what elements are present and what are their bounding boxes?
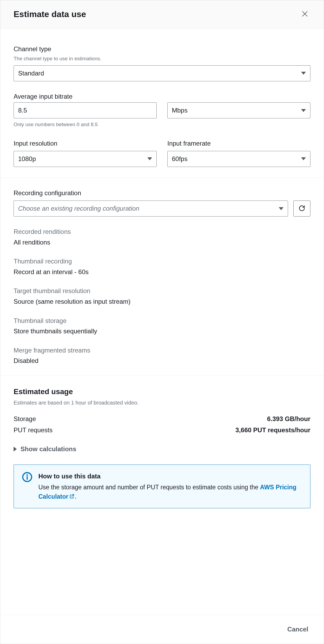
refresh-button[interactable] <box>293 201 310 217</box>
chevron-down-icon <box>147 157 152 160</box>
divider <box>0 375 324 376</box>
merge-streams-label: Merge fragmented streams <box>14 346 310 355</box>
storage-label: Storage <box>14 414 36 423</box>
put-requests-value: 3,660 PUT requests/hour <box>236 426 310 435</box>
resolution-value: 1080p <box>18 154 36 163</box>
renditions-label: Recorded renditions <box>14 227 310 236</box>
show-calculations-expander[interactable]: Show calculations <box>14 445 76 454</box>
bitrate-help: Only use numbers between 0 and 8.5 <box>14 121 310 128</box>
close-icon <box>301 14 308 18</box>
renditions-value: All renditions <box>14 238 310 247</box>
thumbnail-storage-value: Store thumbnails sequentially <box>14 327 310 336</box>
modal-header: Estimate data use <box>0 0 324 29</box>
recording-config-label: Recording configuration <box>14 189 310 198</box>
put-requests-row: PUT requests 3,660 PUT requests/hour <box>14 426 310 435</box>
info-text-suffix: . <box>75 493 76 500</box>
info-text: Use the storage amount and number of PUT… <box>38 483 302 501</box>
chevron-down-icon <box>301 109 306 112</box>
framerate-label: Input framerate <box>167 139 310 148</box>
storage-value: 6.393 GB/hour <box>267 414 310 423</box>
refresh-icon <box>298 205 306 213</box>
info-title: How to use this data <box>38 472 302 481</box>
thumbnail-recording-block: Thumbnail recording Record at an interva… <box>14 257 310 276</box>
modal-body: Channel type The channel type to use in … <box>0 29 324 615</box>
recording-config-select[interactable]: Choose an existing recording configurati… <box>14 201 288 217</box>
renditions-block: Recorded renditions All renditions <box>14 227 310 247</box>
channel-type-value: Standard <box>18 69 44 78</box>
modal-footer: Cancel <box>0 615 324 644</box>
recording-config-placeholder: Choose an existing recording configurati… <box>18 204 139 213</box>
bitrate-input[interactable]: 8.5 <box>14 102 157 118</box>
recording-config-field: Recording configuration Choose an existi… <box>14 189 310 217</box>
bitrate-unit-value: Mbps <box>172 106 188 115</box>
storage-row: Storage 6.393 GB/hour <box>14 414 310 423</box>
chevron-down-icon <box>301 157 306 160</box>
info-content: How to use this data Use the storage amo… <box>38 472 302 501</box>
bitrate-label: Average input bitrate <box>14 92 310 101</box>
channel-type-select[interactable]: Standard <box>14 65 310 81</box>
channel-type-field: Channel type The channel type to use in … <box>14 45 310 81</box>
merge-streams-block: Merge fragmented streams Disabled <box>14 346 310 365</box>
show-calculations-label: Show calculations <box>21 445 76 454</box>
chevron-down-icon <box>301 72 306 75</box>
merge-streams-value: Disabled <box>14 356 310 365</box>
thumbnail-resolution-block: Target thumbnail resolution Source (same… <box>14 286 310 306</box>
svg-point-1 <box>27 475 27 475</box>
bitrate-value: 8.5 <box>18 106 27 115</box>
external-link-icon <box>68 493 75 500</box>
cancel-button[interactable]: Cancel <box>285 623 310 636</box>
thumbnail-storage-block: Thumbnail storage Store thumbnails seque… <box>14 316 310 336</box>
info-icon <box>22 472 33 501</box>
thumbnail-storage-label: Thumbnail storage <box>14 316 310 325</box>
thumbnail-recording-value: Record at an interval - 60s <box>14 267 310 277</box>
caret-right-icon <box>14 447 17 451</box>
resolution-select[interactable]: 1080p <box>14 151 157 167</box>
info-box: How to use this data Use the storage amo… <box>14 465 310 509</box>
bitrate-unit-select[interactable]: Mbps <box>167 102 310 118</box>
divider <box>0 178 324 178</box>
modal-title: Estimate data use <box>14 8 86 20</box>
chevron-down-icon <box>279 207 284 210</box>
info-text-prefix: Use the storage amount and number of PUT… <box>38 484 260 491</box>
estimated-usage-help: Estimates are based on 1 hour of broadca… <box>14 399 310 406</box>
estimate-data-use-modal: Estimate data use Channel type The chann… <box>0 0 324 644</box>
resolution-field: Input resolution 1080p <box>14 139 157 167</box>
put-requests-label: PUT requests <box>14 426 52 435</box>
close-button[interactable] <box>299 8 310 20</box>
thumbnail-recording-label: Thumbnail recording <box>14 257 310 266</box>
resolution-label: Input resolution <box>14 139 157 148</box>
channel-type-help: The channel type to use in estimations. <box>14 55 310 62</box>
estimated-usage-title: Estimated usage <box>14 386 310 397</box>
thumbnail-resolution-label: Target thumbnail resolution <box>14 286 310 295</box>
resolution-framerate-row: Input resolution 1080p Input framerate 6… <box>14 139 310 167</box>
thumbnail-resolution-value: Source (same resolution as input stream) <box>14 297 310 306</box>
bitrate-field: Average input bitrate 8.5 Mbps Only use … <box>14 92 310 128</box>
estimated-usage-section: Estimated usage Estimates are based on 1… <box>14 386 310 509</box>
channel-type-label: Channel type <box>14 45 310 54</box>
framerate-value: 60fps <box>172 154 188 163</box>
framerate-field: Input framerate 60fps <box>167 139 310 167</box>
framerate-select[interactable]: 60fps <box>167 151 310 167</box>
